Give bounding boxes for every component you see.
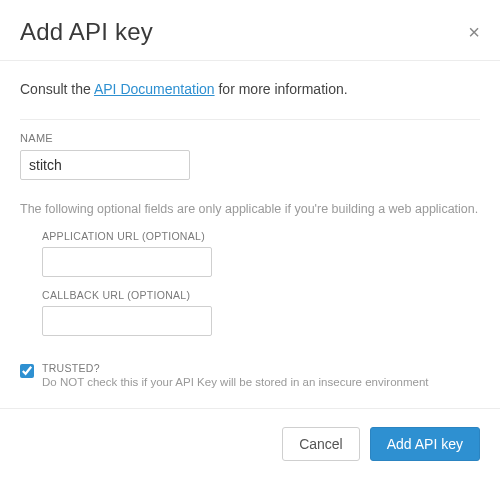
- modal-footer: Cancel Add API key: [0, 408, 500, 479]
- application-url-field: APPLICATION URL (OPTIONAL): [42, 230, 480, 277]
- modal-body: Consult the API Documentation for more i…: [0, 61, 500, 408]
- trusted-label: TRUSTED?: [42, 362, 429, 374]
- trusted-text: TRUSTED? Do NOT check this if your API K…: [42, 362, 429, 388]
- info-prefix: Consult the: [20, 81, 94, 97]
- info-suffix: for more information.: [215, 81, 348, 97]
- info-text: Consult the API Documentation for more i…: [20, 81, 480, 97]
- trusted-checkbox[interactable]: [20, 364, 34, 378]
- modal-title: Add API key: [20, 18, 153, 46]
- trusted-note: Do NOT check this if your API Key will b…: [42, 376, 429, 388]
- callback-url-input[interactable]: [42, 306, 212, 336]
- add-api-key-modal: Add API key × Consult the API Documentat…: [0, 0, 500, 479]
- name-input[interactable]: [20, 150, 190, 180]
- divider: [20, 119, 480, 120]
- application-url-input[interactable]: [42, 247, 212, 277]
- add-api-key-button[interactable]: Add API key: [370, 427, 480, 461]
- name-label: NAME: [20, 132, 480, 144]
- modal-header: Add API key ×: [0, 0, 500, 61]
- optional-section: APPLICATION URL (OPTIONAL) CALLBACK URL …: [20, 230, 480, 356]
- callback-url-label: CALLBACK URL (OPTIONAL): [42, 289, 480, 301]
- close-icon[interactable]: ×: [468, 22, 480, 42]
- api-documentation-link[interactable]: API Documentation: [94, 81, 215, 97]
- trusted-field: TRUSTED? Do NOT check this if your API K…: [20, 362, 480, 388]
- name-field: NAME: [20, 132, 480, 180]
- application-url-label: APPLICATION URL (OPTIONAL): [42, 230, 480, 242]
- cancel-button[interactable]: Cancel: [282, 427, 360, 461]
- callback-url-field: CALLBACK URL (OPTIONAL): [42, 289, 480, 336]
- optional-helper-text: The following optional fields are only a…: [20, 202, 480, 216]
